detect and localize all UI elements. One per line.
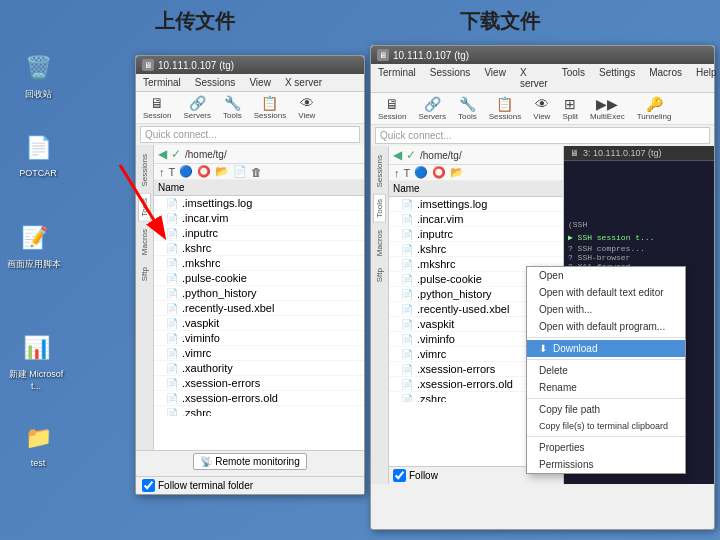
upload-stb-icon5[interactable]: 📂 xyxy=(214,165,230,178)
upload-side-tabs: Sessions Tools Macros Sftp xyxy=(136,145,154,468)
upload-window-title: 10.111.0.107 (tg) xyxy=(158,60,234,71)
upload-stb-icon7[interactable]: 🗑 xyxy=(250,166,263,178)
upload-menu-terminal[interactable]: Terminal xyxy=(140,76,184,89)
list-item[interactable]: 📄.kshrc xyxy=(154,241,364,256)
upload-quick-connect[interactable]: Quick connect... xyxy=(140,126,360,143)
upload-remote-btn[interactable]: 📡 Remote monitoring xyxy=(193,453,306,470)
upload-stb-icon1[interactable]: ↑ xyxy=(158,166,166,178)
download-side-tabs: Sessions Tools Macros Sftp xyxy=(371,146,389,484)
dl-menu-tools[interactable]: Tools xyxy=(559,66,588,90)
upload-stb-icon2[interactable]: T xyxy=(168,166,177,178)
dl-menu-help[interactable]: Help xyxy=(693,66,720,90)
dl-stb-3[interactable]: 🔵 xyxy=(413,166,429,179)
terminal-line-1: ▶ SSH session t... xyxy=(568,233,714,242)
upload-stb-icon6[interactable]: 📄 xyxy=(232,165,248,178)
upload-tab-macros[interactable]: Macros xyxy=(138,224,151,260)
list-item[interactable]: 📄.imsettings.log xyxy=(154,196,364,211)
upload-tb-view[interactable]: 👁View xyxy=(295,94,318,121)
upload-menu-view[interactable]: View xyxy=(246,76,274,89)
dl-tab-sessions[interactable]: Sessions xyxy=(373,150,386,192)
dl-tb-multiexec[interactable]: ▶▶MultiExec xyxy=(587,95,628,122)
context-open[interactable]: Open xyxy=(527,267,685,284)
dl-tb-session[interactable]: 🖥Session xyxy=(375,95,409,122)
dl-tb-servers[interactable]: 🔗Servers xyxy=(415,95,449,122)
upload-menu-sessions[interactable]: Sessions xyxy=(192,76,239,89)
list-item[interactable]: 📄.xsession-errors.old xyxy=(154,391,364,406)
context-permissions[interactable]: Permissions xyxy=(527,456,685,473)
dl-tb-split[interactable]: ⊞Split xyxy=(559,95,581,122)
list-item[interactable]: 📄.kshrc xyxy=(389,242,563,257)
upload-follow-checkbox[interactable]: Follow terminal folder xyxy=(142,479,253,492)
context-copy-clipboard[interactable]: Copy file(s) to terminal clipboard xyxy=(527,418,685,434)
list-item[interactable]: 📄.xauthority xyxy=(154,361,364,376)
dl-stb-5[interactable]: 📂 xyxy=(449,166,465,179)
list-item[interactable]: 📄.viminfo xyxy=(154,331,364,346)
dl-menu-sessions[interactable]: Sessions xyxy=(427,66,474,90)
context-divider-2 xyxy=(527,359,685,360)
file-icon: 📄 xyxy=(401,394,413,403)
context-open-default[interactable]: Open with default program... xyxy=(527,318,685,335)
upload-remote-bar: 📡 Remote monitoring xyxy=(136,450,364,472)
dl-stb-1[interactable]: ↑ xyxy=(393,167,401,179)
list-item[interactable]: 📄.incar.vim xyxy=(154,211,364,226)
terminal-line-2: ? SSH compres... xyxy=(568,244,714,253)
list-item[interactable]: 📄.python_history xyxy=(154,286,364,301)
list-item[interactable]: 📄.imsettings.log xyxy=(389,197,563,212)
upload-tb-session[interactable]: 🖥Session xyxy=(140,94,174,121)
upload-tb-tools[interactable]: 🔧Tools xyxy=(220,94,245,121)
desktop-icon-huanjing[interactable]: 📝 画面应用脚本 xyxy=(4,220,64,271)
context-rename[interactable]: Rename xyxy=(527,379,685,396)
upload-window-icon: 🖥 xyxy=(142,59,154,71)
upload-menu-xserver[interactable]: X server xyxy=(282,76,325,89)
list-item[interactable]: 📄.incar.vim xyxy=(389,212,563,227)
upload-tab-sessions[interactable]: Sessions xyxy=(138,149,151,191)
upload-window-titlebar: 🖥 10.111.0.107 (tg) xyxy=(136,56,364,74)
upload-tb-servers[interactable]: 🔗Servers xyxy=(180,94,214,121)
dl-tb-view[interactable]: 👁View xyxy=(530,95,553,122)
context-open-text[interactable]: Open with default text editor xyxy=(527,284,685,301)
file-icon: 📄 xyxy=(401,379,413,390)
upload-col-header: Name xyxy=(154,180,364,196)
list-item[interactable]: 📄.vimrc xyxy=(154,346,364,361)
download-window: 🖥 10.111.0.107 (tg) Terminal Sessions Vi… xyxy=(370,45,715,530)
dl-tab-tools[interactable]: Tools xyxy=(373,194,386,223)
dl-menu-xserver[interactable]: X server xyxy=(517,66,551,90)
upload-tb-sessions[interactable]: 📋Sessions xyxy=(251,94,289,121)
context-properties[interactable]: Properties xyxy=(527,439,685,456)
list-item[interactable]: 📄.recently-used.xbel xyxy=(154,301,364,316)
context-copy-path[interactable]: Copy file path xyxy=(527,401,685,418)
list-item[interactable]: 📄.xsession-errors xyxy=(154,376,364,391)
desktop-icon-ppt[interactable]: 📊 新建 Microsoft... xyxy=(6,330,66,391)
dl-menu-terminal[interactable]: Terminal xyxy=(375,66,419,90)
context-delete[interactable]: Delete xyxy=(527,362,685,379)
list-item[interactable]: 📄.inputrc xyxy=(154,226,364,241)
context-download[interactable]: ⬇ Download xyxy=(527,340,685,357)
dl-tb-tunneling[interactable]: 🔑Tunneling xyxy=(634,95,675,122)
dl-stb-2[interactable]: T xyxy=(403,167,412,179)
list-item[interactable]: 📄.zshrc xyxy=(154,406,364,416)
upload-follow-input[interactable] xyxy=(142,479,155,492)
dl-menu-settings[interactable]: Settings xyxy=(596,66,638,90)
dl-tb-tools[interactable]: 🔧Tools xyxy=(455,95,480,122)
list-item[interactable]: 📄.pulse-cookie xyxy=(154,271,364,286)
desktop-icon-test[interactable]: 📁 test xyxy=(8,420,68,468)
download-quick-connect[interactable]: Quick connect... xyxy=(375,127,710,144)
dl-tab-sftp[interactable]: Sftp xyxy=(373,263,386,287)
list-item[interactable]: 📄.mkshrc xyxy=(154,256,364,271)
dl-tab-macros[interactable]: Macros xyxy=(373,225,386,261)
upload-tab-tools[interactable]: Tools xyxy=(138,193,151,222)
dl-menu-macros[interactable]: Macros xyxy=(646,66,685,90)
context-open-with[interactable]: Open with... xyxy=(527,301,685,318)
list-item[interactable]: 📄.inputrc xyxy=(389,227,563,242)
dl-stb-4[interactable]: ⭕ xyxy=(431,166,447,179)
upload-stb-icon3[interactable]: 🔵 xyxy=(178,165,194,178)
upload-stb-icon4[interactable]: ⭕ xyxy=(196,165,212,178)
dl-menu-view[interactable]: View xyxy=(481,66,509,90)
dl-tb-sessions[interactable]: 📋Sessions xyxy=(486,95,524,122)
upload-tab-sftp[interactable]: Sftp xyxy=(138,262,151,286)
terminal-tab[interactable]: 🖥 3: 10.111.0.107 (tg) xyxy=(564,146,714,161)
list-item[interactable]: 📄.vaspkit xyxy=(154,316,364,331)
download-follow-input[interactable] xyxy=(393,469,406,482)
desktop-icon-recycle[interactable]: 🗑️ 回收站 xyxy=(8,50,68,101)
desktop-icon-potcar[interactable]: 📄 POTCAR xyxy=(8,130,68,178)
